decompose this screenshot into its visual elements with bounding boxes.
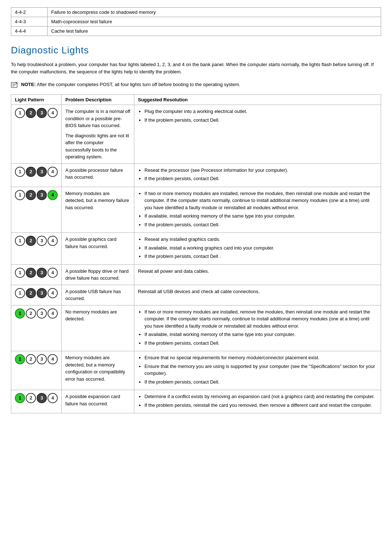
resolution-item: If available, install working memory of … <box>144 212 377 220</box>
resolution-list: If two or more memory modules are instal… <box>138 190 377 228</box>
light-circle: 2 <box>26 308 36 319</box>
resolution-cell: Determine if a conflict exists by removi… <box>134 390 381 413</box>
resolution-cell: Reseat the processor (see Processor info… <box>134 163 381 187</box>
table-row: 1234Memory modules are detected, but a m… <box>11 187 381 233</box>
problem-text: A possible expansion card failure has oc… <box>65 393 130 407</box>
light-pattern: 1234 <box>15 393 58 403</box>
error-code-row: 4-4-2Failure to decompress code to shado… <box>11 8 381 17</box>
resolution-list: Reseat the processor (see Processor info… <box>138 167 377 182</box>
table-header: Light Pattern <box>11 95 62 105</box>
light-circle: 1 <box>15 236 25 246</box>
light-pattern-cell: 1234 <box>11 233 62 265</box>
light-circle: 4 <box>48 354 58 364</box>
resolution-item: Reseat any installed graphics cards. <box>144 236 377 243</box>
light-circle: 4 <box>48 393 58 403</box>
problem-description-cell: No memory modules are detected. <box>62 305 134 351</box>
resolution-item: Plug the computer into a working electri… <box>144 108 377 115</box>
error-description: Cache test failure <box>48 27 381 36</box>
resolution-item: If two or more memory modules are instal… <box>144 190 377 211</box>
light-pattern: 1234 <box>15 236 58 246</box>
diagnostic-table: Light PatternProblem DescriptionSuggeste… <box>11 94 381 413</box>
table-row: 1234No memory modules are detected.If tw… <box>11 305 381 351</box>
error-description: Math-coprocessor test failure <box>48 17 381 27</box>
problem-text: No memory modules are detected. <box>65 308 130 323</box>
error-code: 4-4-2 <box>11 8 48 17</box>
section-title: Diagnostic Lights <box>11 45 381 56</box>
resolution-item: If the problem persists, contact Dell. <box>144 175 377 182</box>
resolution-item: If the problem persists, contact Dell . <box>144 253 377 260</box>
light-circle: 3 <box>37 108 47 118</box>
light-circle: 3 <box>37 288 47 298</box>
light-circle: 3 <box>37 308 47 319</box>
resolution-item: If available, install working memory of … <box>144 331 377 338</box>
resolution-cell: Ensure that no special requirements for … <box>134 351 381 390</box>
problem-text: Memory modules are detected, but a memor… <box>65 190 130 211</box>
light-pattern-cell: 1234 <box>11 163 62 187</box>
light-pattern-cell: 1234 <box>11 264 62 285</box>
table-row: 1234A possible expansion card failure ha… <box>11 390 381 413</box>
light-circle: 2 <box>26 393 36 403</box>
resolution-item: If available, install a working graphics… <box>144 244 377 252</box>
light-pattern: 1234 <box>15 288 58 298</box>
resolution-text: Reseat all power and data cables. <box>138 268 377 275</box>
light-circle: 1 <box>15 308 25 319</box>
light-circle: 1 <box>15 268 25 278</box>
light-circle: 2 <box>26 288 36 298</box>
light-circle: 3 <box>37 354 47 364</box>
resolution-item: Reseat the processor (see Processor info… <box>144 167 377 174</box>
light-circle: 1 <box>15 190 25 200</box>
light-circle: 1 <box>15 108 25 118</box>
light-circle: 1 <box>15 167 25 177</box>
light-pattern: 1234 <box>15 108 58 118</box>
light-pattern-cell: 1234 <box>11 390 62 413</box>
problem-description-cell: A possible USB failure has occurred. <box>62 285 134 305</box>
light-circle: 2 <box>26 354 36 364</box>
light-circle: 1 <box>15 354 25 364</box>
problem-description-cell: A possible graphics card failure has occ… <box>62 233 134 265</box>
problem-text: Memory modules are detected, but a memor… <box>65 354 130 382</box>
problem-description-cell: The computer is in a normal off conditio… <box>62 105 134 164</box>
problem-text: The computer is in a normal off conditio… <box>65 108 130 129</box>
intro-paragraph: To help troubleshoot a problem, your com… <box>11 61 381 75</box>
problem-text: A possible processor failure has occurre… <box>65 167 130 181</box>
resolution-list: Ensure that no special requirements for … <box>138 354 377 385</box>
error-code: 4-4-4 <box>11 27 48 36</box>
light-pattern: 1234 <box>15 354 58 364</box>
table-header: Suggested Resolution <box>134 95 381 105</box>
resolution-cell: Reinstall all USB devices and check all … <box>134 285 381 305</box>
resolution-text: Reinstall all USB devices and check all … <box>138 288 377 295</box>
problem-text: A possible floppy drive or hard drive fa… <box>65 268 130 282</box>
note-label: NOTE: <box>21 82 36 87</box>
resolution-cell: Plug the computer into a working electri… <box>134 105 381 164</box>
light-circle: 1 <box>15 393 25 403</box>
light-circle: 1 <box>15 288 25 298</box>
light-pattern-cell: 1234 <box>11 305 62 351</box>
light-circle: 3 <box>37 167 47 177</box>
resolution-item: Ensure that no special requirements for … <box>144 354 377 361</box>
table-row: 1234Memory modules are detected, but a m… <box>11 351 381 390</box>
light-circle: 4 <box>48 268 58 278</box>
light-circle: 2 <box>26 236 36 246</box>
note-icon <box>11 81 18 89</box>
error-code-row: 4-4-3Math-coprocessor test failure <box>11 17 381 27</box>
light-pattern: 1234 <box>15 268 58 278</box>
table-row: 1234The computer is in a normal off cond… <box>11 105 381 164</box>
resolution-list: Reseat any installed graphics cards.If a… <box>138 236 377 260</box>
error-description: Failure to decompress code to shadowed m… <box>48 8 381 17</box>
table-header: Problem Description <box>62 95 134 105</box>
light-circle: 3 <box>37 190 47 200</box>
resolution-item: If the problem persists, contact Dell. <box>144 117 377 124</box>
table-row: 1234A possible graphics card failure has… <box>11 233 381 265</box>
problem-description-cell: A possible processor failure has occurre… <box>62 163 134 187</box>
light-circle: 4 <box>48 108 58 118</box>
resolution-list: Plug the computer into a working electri… <box>138 108 377 123</box>
light-circle: 2 <box>26 167 36 177</box>
light-circle: 3 <box>37 268 47 278</box>
table-row: 1234A possible USB failure has occurred.… <box>11 285 381 305</box>
light-circle: 4 <box>48 308 58 319</box>
problem-description-cell: A possible expansion card failure has oc… <box>62 390 134 413</box>
light-circle: 3 <box>37 393 47 403</box>
light-circle: 4 <box>48 190 58 200</box>
note-text: NOTE: After the computer completes POST,… <box>21 81 240 88</box>
resolution-cell: Reseat all power and data cables. <box>134 264 381 285</box>
